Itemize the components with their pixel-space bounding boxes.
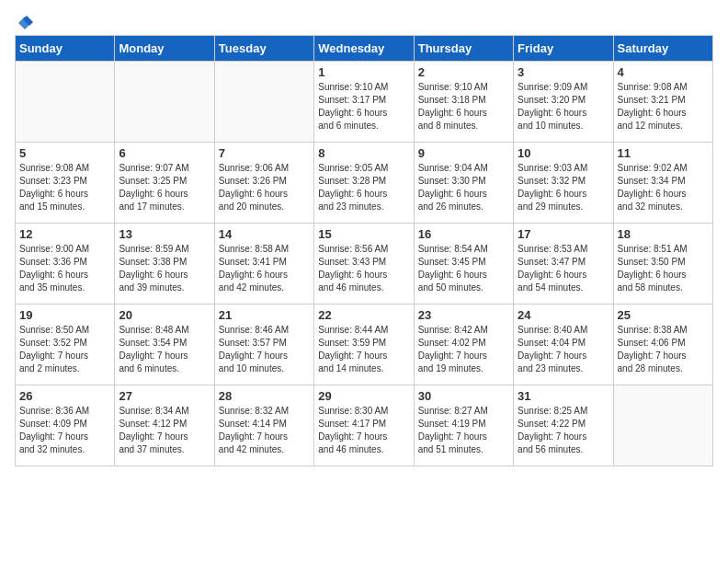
logo [15,15,33,28]
calendar-cell: 24Sunrise: 8:40 AM Sunset: 4:04 PM Dayli… [514,304,613,385]
day-header-thursday: Thursday [414,36,513,62]
day-number: 9 [418,146,509,160]
cell-content: Sunrise: 9:08 AM Sunset: 3:21 PM Dayligh… [618,81,709,132]
cell-content: Sunrise: 9:09 AM Sunset: 3:20 PM Dayligh… [518,81,609,132]
day-number: 30 [418,389,509,403]
calendar-cell: 22Sunrise: 8:44 AM Sunset: 3:59 PM Dayli… [314,304,414,385]
calendar-cell [16,62,115,143]
cell-content: Sunrise: 8:42 AM Sunset: 4:02 PM Dayligh… [418,324,509,375]
cell-content: Sunrise: 8:25 AM Sunset: 4:22 PM Dayligh… [518,405,609,456]
day-number: 6 [119,146,210,160]
day-number: 19 [19,308,110,322]
cell-content: Sunrise: 8:44 AM Sunset: 3:59 PM Dayligh… [318,324,409,375]
calendar-cell: 2Sunrise: 9:10 AM Sunset: 3:18 PM Daylig… [414,62,513,143]
calendar-cell: 17Sunrise: 8:53 AM Sunset: 3:47 PM Dayli… [514,224,613,304]
cell-content: Sunrise: 8:51 AM Sunset: 3:50 PM Dayligh… [618,243,709,294]
day-number: 17 [518,227,609,241]
calendar-cell: 21Sunrise: 8:46 AM Sunset: 3:57 PM Dayli… [214,304,313,385]
cell-content: Sunrise: 9:10 AM Sunset: 3:17 PM Dayligh… [318,81,409,132]
day-header-monday: Monday [115,36,214,62]
cell-content: Sunrise: 9:02 AM Sunset: 3:34 PM Dayligh… [618,162,709,213]
calendar-week-row: 19Sunrise: 8:50 AM Sunset: 3:52 PM Dayli… [16,304,713,385]
cell-content: Sunrise: 9:03 AM Sunset: 3:32 PM Dayligh… [518,162,609,213]
calendar-cell: 15Sunrise: 8:56 AM Sunset: 3:43 PM Dayli… [314,224,414,304]
cell-content: Sunrise: 9:07 AM Sunset: 3:25 PM Dayligh… [119,162,210,213]
calendar-cell: 29Sunrise: 8:30 AM Sunset: 4:17 PM Dayli… [314,385,414,466]
calendar-cell: 19Sunrise: 8:50 AM Sunset: 3:52 PM Dayli… [16,304,115,385]
day-number: 2 [418,65,509,79]
calendar-cell: 3Sunrise: 9:09 AM Sunset: 3:20 PM Daylig… [514,62,613,143]
day-header-wednesday: Wednesday [314,36,414,62]
day-number: 15 [318,227,409,241]
day-number: 27 [119,389,210,403]
day-number: 7 [219,146,310,160]
day-number: 10 [518,146,609,160]
cell-content: Sunrise: 9:06 AM Sunset: 3:26 PM Dayligh… [219,162,310,213]
day-number: 18 [618,227,709,241]
day-number: 1 [318,65,409,79]
cell-content: Sunrise: 9:05 AM Sunset: 3:28 PM Dayligh… [318,162,409,213]
cell-content: Sunrise: 8:34 AM Sunset: 4:12 PM Dayligh… [119,405,210,456]
cell-content: Sunrise: 8:54 AM Sunset: 3:45 PM Dayligh… [418,243,509,294]
cell-content: Sunrise: 9:08 AM Sunset: 3:23 PM Dayligh… [19,162,110,213]
cell-content: Sunrise: 8:30 AM Sunset: 4:17 PM Dayligh… [318,405,409,456]
calendar-cell: 20Sunrise: 8:48 AM Sunset: 3:54 PM Dayli… [115,304,214,385]
day-number: 26 [19,389,110,403]
day-number: 23 [418,308,509,322]
cell-content: Sunrise: 9:00 AM Sunset: 3:36 PM Dayligh… [19,243,110,294]
calendar-cell: 27Sunrise: 8:34 AM Sunset: 4:12 PM Dayli… [115,385,214,466]
day-number: 14 [219,227,310,241]
calendar-cell: 10Sunrise: 9:03 AM Sunset: 3:32 PM Dayli… [514,143,613,224]
cell-content: Sunrise: 8:58 AM Sunset: 3:41 PM Dayligh… [219,243,310,294]
day-number: 5 [19,146,110,160]
day-number: 31 [518,389,609,403]
calendar-week-row: 12Sunrise: 9:00 AM Sunset: 3:36 PM Dayli… [16,224,713,304]
day-number: 25 [618,308,709,322]
calendar-cell: 1Sunrise: 9:10 AM Sunset: 3:17 PM Daylig… [314,62,414,143]
day-number: 21 [219,308,310,322]
cell-content: Sunrise: 8:56 AM Sunset: 3:43 PM Dayligh… [318,243,409,294]
day-number: 12 [19,227,110,241]
calendar-cell: 23Sunrise: 8:42 AM Sunset: 4:02 PM Dayli… [414,304,513,385]
calendar-cell [214,62,313,143]
day-number: 11 [618,146,709,160]
day-header-friday: Friday [514,36,613,62]
calendar-cell: 30Sunrise: 8:27 AM Sunset: 4:19 PM Dayli… [414,385,513,466]
day-header-tuesday: Tuesday [214,36,313,62]
calendar-table: SundayMondayTuesdayWednesdayThursdayFrid… [15,35,713,466]
calendar-week-row: 5Sunrise: 9:08 AM Sunset: 3:23 PM Daylig… [16,143,713,224]
calendar-cell: 13Sunrise: 8:59 AM Sunset: 3:38 PM Dayli… [115,224,214,304]
calendar-cell: 16Sunrise: 8:54 AM Sunset: 3:45 PM Dayli… [414,224,513,304]
calendar-cell: 4Sunrise: 9:08 AM Sunset: 3:21 PM Daylig… [613,62,712,143]
cell-content: Sunrise: 9:10 AM Sunset: 3:18 PM Dayligh… [418,81,509,132]
calendar-cell: 14Sunrise: 8:58 AM Sunset: 3:41 PM Dayli… [214,224,313,304]
calendar-header-row: SundayMondayTuesdayWednesdayThursdayFrid… [16,36,713,62]
calendar-cell: 12Sunrise: 9:00 AM Sunset: 3:36 PM Dayli… [16,224,115,304]
calendar-cell: 5Sunrise: 9:08 AM Sunset: 3:23 PM Daylig… [16,143,115,224]
day-number: 8 [318,146,409,160]
calendar-cell [613,385,712,466]
calendar-cell: 8Sunrise: 9:05 AM Sunset: 3:28 PM Daylig… [314,143,414,224]
cell-content: Sunrise: 8:32 AM Sunset: 4:14 PM Dayligh… [219,405,310,456]
page-header [15,15,713,28]
day-number: 3 [518,65,609,79]
calendar-week-row: 26Sunrise: 8:36 AM Sunset: 4:09 PM Dayli… [16,385,713,466]
calendar-cell: 28Sunrise: 8:32 AM Sunset: 4:14 PM Dayli… [214,385,313,466]
logo-icon [17,15,33,31]
day-number: 22 [318,308,409,322]
cell-content: Sunrise: 8:59 AM Sunset: 3:38 PM Dayligh… [119,243,210,294]
calendar-cell: 6Sunrise: 9:07 AM Sunset: 3:25 PM Daylig… [115,143,214,224]
calendar-cell: 9Sunrise: 9:04 AM Sunset: 3:30 PM Daylig… [414,143,513,224]
calendar-cell: 25Sunrise: 8:38 AM Sunset: 4:06 PM Dayli… [613,304,712,385]
cell-content: Sunrise: 8:40 AM Sunset: 4:04 PM Dayligh… [518,324,609,375]
day-number: 28 [219,389,310,403]
day-number: 24 [518,308,609,322]
calendar-cell: 7Sunrise: 9:06 AM Sunset: 3:26 PM Daylig… [214,143,313,224]
calendar-week-row: 1Sunrise: 9:10 AM Sunset: 3:17 PM Daylig… [16,62,713,143]
calendar-cell [115,62,214,143]
day-header-sunday: Sunday [16,36,115,62]
cell-content: Sunrise: 8:38 AM Sunset: 4:06 PM Dayligh… [618,324,709,375]
cell-content: Sunrise: 8:27 AM Sunset: 4:19 PM Dayligh… [418,405,509,456]
day-number: 20 [119,308,210,322]
day-number: 29 [318,389,409,403]
